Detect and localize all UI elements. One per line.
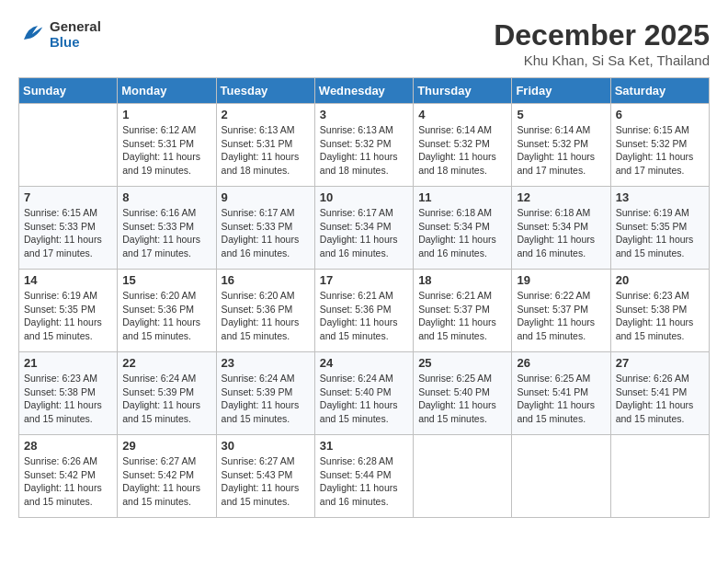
day-info: Sunrise: 6:18 AMSunset: 5:34 PMDaylight:… xyxy=(418,206,506,260)
day-info: Sunrise: 6:21 AMSunset: 5:37 PMDaylight:… xyxy=(418,289,506,343)
day-number: 22 xyxy=(122,356,210,370)
weekday-header-friday: Friday xyxy=(512,78,610,104)
calendar-cell: 31Sunrise: 6:28 AMSunset: 5:44 PMDayligh… xyxy=(314,435,413,518)
weekday-header-thursday: Thursday xyxy=(414,78,512,104)
calendar-cell: 5Sunrise: 6:14 AMSunset: 5:32 PMDaylight… xyxy=(512,104,610,187)
calendar-table: SundayMondayTuesdayWednesdayThursdayFrid… xyxy=(18,77,710,518)
day-number: 12 xyxy=(517,190,605,204)
weekday-header-sunday: Sunday xyxy=(19,78,118,104)
location-subtitle: Khu Khan, Si Sa Ket, Thailand xyxy=(494,52,710,68)
day-number: 2 xyxy=(222,108,310,121)
weekday-header-monday: Monday xyxy=(118,78,216,104)
day-info: Sunrise: 6:16 AMSunset: 5:33 PMDaylight:… xyxy=(122,206,210,260)
day-info: Sunrise: 6:27 AMSunset: 5:42 PMDaylight:… xyxy=(122,454,210,509)
calendar-cell: 7Sunrise: 6:15 AMSunset: 5:33 PMDaylight… xyxy=(19,187,118,270)
day-info: Sunrise: 6:19 AMSunset: 5:35 PMDaylight:… xyxy=(616,206,704,260)
day-info: Sunrise: 6:17 AMSunset: 5:33 PMDaylight:… xyxy=(222,206,310,260)
day-number: 14 xyxy=(24,273,112,287)
day-info: Sunrise: 6:23 AMSunset: 5:38 PMDaylight:… xyxy=(24,372,112,426)
calendar-week-row: 21Sunrise: 6:23 AMSunset: 5:38 PMDayligh… xyxy=(19,352,710,435)
calendar-cell xyxy=(414,435,512,518)
day-number: 1 xyxy=(122,108,210,121)
calendar-cell: 4Sunrise: 6:14 AMSunset: 5:32 PMDaylight… xyxy=(414,104,512,187)
calendar-cell xyxy=(19,104,118,187)
calendar-cell: 30Sunrise: 6:27 AMSunset: 5:43 PMDayligh… xyxy=(216,435,314,518)
day-number: 25 xyxy=(418,356,506,370)
day-number: 4 xyxy=(418,108,506,121)
logo: General Blue xyxy=(18,18,101,50)
day-info: Sunrise: 6:13 AMSunset: 5:31 PMDaylight:… xyxy=(222,123,310,178)
calendar-cell: 9Sunrise: 6:17 AMSunset: 5:33 PMDaylight… xyxy=(216,187,314,270)
day-number: 24 xyxy=(320,356,408,370)
calendar-cell: 1Sunrise: 6:12 AMSunset: 5:31 PMDaylight… xyxy=(118,104,216,187)
calendar-cell: 6Sunrise: 6:15 AMSunset: 5:32 PMDaylight… xyxy=(610,104,709,187)
calendar-week-row: 1Sunrise: 6:12 AMSunset: 5:31 PMDaylight… xyxy=(19,104,710,187)
day-number: 13 xyxy=(616,190,704,204)
day-number: 29 xyxy=(122,439,210,453)
day-info: Sunrise: 6:27 AMSunset: 5:43 PMDaylight:… xyxy=(222,454,310,509)
day-info: Sunrise: 6:20 AMSunset: 5:36 PMDaylight:… xyxy=(222,289,310,343)
calendar-cell: 29Sunrise: 6:27 AMSunset: 5:42 PMDayligh… xyxy=(118,435,216,518)
month-title: December 2025 xyxy=(494,18,710,52)
day-number: 19 xyxy=(517,273,605,287)
day-number: 27 xyxy=(616,356,704,370)
weekday-header-tuesday: Tuesday xyxy=(216,78,314,104)
calendar-cell: 14Sunrise: 6:19 AMSunset: 5:35 PMDayligh… xyxy=(19,270,118,352)
day-info: Sunrise: 6:24 AMSunset: 5:39 PMDaylight:… xyxy=(222,372,310,426)
calendar-cell: 17Sunrise: 6:21 AMSunset: 5:36 PMDayligh… xyxy=(314,270,413,352)
calendar-cell: 27Sunrise: 6:26 AMSunset: 5:41 PMDayligh… xyxy=(610,352,709,435)
day-info: Sunrise: 6:26 AMSunset: 5:41 PMDaylight:… xyxy=(616,372,704,426)
calendar-week-row: 7Sunrise: 6:15 AMSunset: 5:33 PMDaylight… xyxy=(19,187,710,270)
calendar-cell: 21Sunrise: 6:23 AMSunset: 5:38 PMDayligh… xyxy=(19,352,118,435)
page-header: General Blue December 2025 Khu Khan, Si … xyxy=(18,18,710,68)
day-info: Sunrise: 6:21 AMSunset: 5:36 PMDaylight:… xyxy=(320,289,408,343)
day-number: 26 xyxy=(517,356,605,370)
day-number: 30 xyxy=(222,439,310,453)
calendar-cell: 13Sunrise: 6:19 AMSunset: 5:35 PMDayligh… xyxy=(610,187,709,270)
day-number: 20 xyxy=(616,273,704,287)
weekday-header-wednesday: Wednesday xyxy=(314,78,413,104)
weekday-header-saturday: Saturday xyxy=(610,78,709,104)
day-info: Sunrise: 6:19 AMSunset: 5:35 PMDaylight:… xyxy=(24,289,112,343)
day-info: Sunrise: 6:15 AMSunset: 5:33 PMDaylight:… xyxy=(24,206,112,260)
calendar-cell: 18Sunrise: 6:21 AMSunset: 5:37 PMDayligh… xyxy=(414,270,512,352)
day-number: 16 xyxy=(222,273,310,287)
day-info: Sunrise: 6:12 AMSunset: 5:31 PMDaylight:… xyxy=(122,123,210,178)
calendar-cell: 2Sunrise: 6:13 AMSunset: 5:31 PMDaylight… xyxy=(216,104,314,187)
calendar-cell xyxy=(512,435,610,518)
day-number: 10 xyxy=(320,190,408,204)
calendar-cell: 20Sunrise: 6:23 AMSunset: 5:38 PMDayligh… xyxy=(610,270,709,352)
day-info: Sunrise: 6:28 AMSunset: 5:44 PMDaylight:… xyxy=(320,454,408,509)
calendar-cell xyxy=(610,435,709,518)
day-number: 17 xyxy=(320,273,408,287)
calendar-cell: 12Sunrise: 6:18 AMSunset: 5:34 PMDayligh… xyxy=(512,187,610,270)
day-info: Sunrise: 6:13 AMSunset: 5:32 PMDaylight:… xyxy=(320,123,408,178)
calendar-cell: 25Sunrise: 6:25 AMSunset: 5:40 PMDayligh… xyxy=(414,352,512,435)
day-info: Sunrise: 6:22 AMSunset: 5:37 PMDaylight:… xyxy=(517,289,605,343)
day-number: 7 xyxy=(24,190,112,204)
day-info: Sunrise: 6:15 AMSunset: 5:32 PMDaylight:… xyxy=(616,123,704,178)
day-number: 8 xyxy=(122,190,210,204)
day-number: 5 xyxy=(517,108,605,121)
day-info: Sunrise: 6:24 AMSunset: 5:40 PMDaylight:… xyxy=(320,372,408,426)
day-info: Sunrise: 6:14 AMSunset: 5:32 PMDaylight:… xyxy=(517,123,605,178)
day-info: Sunrise: 6:20 AMSunset: 5:36 PMDaylight:… xyxy=(122,289,210,343)
day-info: Sunrise: 6:17 AMSunset: 5:34 PMDaylight:… xyxy=(320,206,408,260)
day-number: 28 xyxy=(24,439,112,453)
day-info: Sunrise: 6:26 AMSunset: 5:42 PMDaylight:… xyxy=(24,454,112,509)
day-info: Sunrise: 6:23 AMSunset: 5:38 PMDaylight:… xyxy=(616,289,704,343)
calendar-cell: 24Sunrise: 6:24 AMSunset: 5:40 PMDayligh… xyxy=(314,352,413,435)
day-number: 15 xyxy=(122,273,210,287)
title-block: December 2025 Khu Khan, Si Sa Ket, Thail… xyxy=(494,18,710,68)
day-info: Sunrise: 6:24 AMSunset: 5:39 PMDaylight:… xyxy=(122,372,210,426)
calendar-cell: 19Sunrise: 6:22 AMSunset: 5:37 PMDayligh… xyxy=(512,270,610,352)
day-number: 6 xyxy=(616,108,704,121)
calendar-cell: 22Sunrise: 6:24 AMSunset: 5:39 PMDayligh… xyxy=(118,352,216,435)
calendar-cell: 16Sunrise: 6:20 AMSunset: 5:36 PMDayligh… xyxy=(216,270,314,352)
calendar-cell: 11Sunrise: 6:18 AMSunset: 5:34 PMDayligh… xyxy=(414,187,512,270)
day-number: 31 xyxy=(320,439,408,453)
day-info: Sunrise: 6:25 AMSunset: 5:41 PMDaylight:… xyxy=(517,372,605,426)
day-number: 23 xyxy=(222,356,310,370)
day-info: Sunrise: 6:14 AMSunset: 5:32 PMDaylight:… xyxy=(418,123,506,178)
calendar-cell: 23Sunrise: 6:24 AMSunset: 5:39 PMDayligh… xyxy=(216,352,314,435)
